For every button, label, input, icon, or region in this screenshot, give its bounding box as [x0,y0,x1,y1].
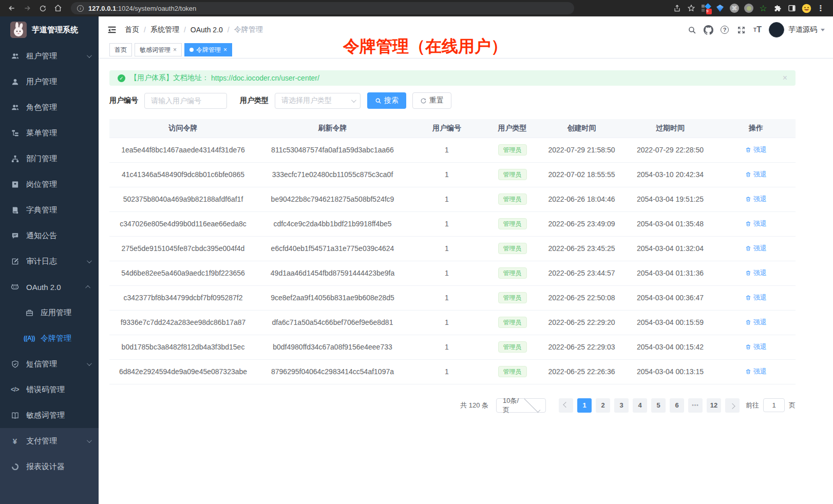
user-type-cell: 管理员 [485,335,539,359]
address-bar[interactable]: i 127.0.0.1:1024/system/oauth2/token [71,2,574,14]
sidebar-item-oauth[interactable]: OAuth 2.0 [0,274,99,300]
sidebar-item-audit[interactable]: 审计日志 [0,248,99,274]
sidebar-item-sms[interactable]: 短信管理 [0,351,99,377]
site-info-icon[interactable]: i [77,5,84,12]
force-logout-link[interactable]: 强退 [745,170,767,179]
page-button-4[interactable]: 4 [633,398,647,413]
next-page-button[interactable] [725,398,740,413]
page-button-1[interactable]: 1 [577,398,592,413]
sidebar-item-tenant[interactable]: 租户管理 [0,43,99,69]
sidebar-item-dict[interactable]: 字典管理 [0,197,99,223]
breadcrumb-system[interactable]: 系统管理 [150,25,179,34]
user-type-select[interactable]: 请选择用户类型 [275,93,361,109]
sidebar-item-menu[interactable]: 菜单管理 [0,120,99,146]
sidebar-item-oauth-token[interactable]: ((A)) 令牌管理 [0,325,99,351]
force-logout-link[interactable]: 强退 [745,367,767,376]
chevron-down-icon[interactable] [821,29,825,31]
page-button-12[interactable]: 12 [707,398,721,413]
sidebar-item-notice[interactable]: 通知公告 [0,223,99,248]
font-size-icon[interactable]: TT [749,22,766,38]
star-extension-icon[interactable]: ☆ [756,2,770,15]
breadcrumb-home[interactable]: 首页 [125,25,139,34]
screen: i 127.0.0.1:1024/system/oauth2/token 9 ⌘ [0,0,833,504]
sidebar-item-dept[interactable]: 部门管理 [0,146,99,171]
sidebar-item-role[interactable]: 角色管理 [0,94,99,120]
breadcrumb-oauth[interactable]: OAuth 2.0 [191,26,223,34]
home-icon[interactable] [51,2,65,15]
tab-home[interactable]: 首页 [109,43,132,56]
sidebar-item-report[interactable]: 报表设计器 [0,454,99,479]
tab-sensitive[interactable]: 敏感词管理× [135,43,182,56]
report-icon [10,463,20,471]
search-icon[interactable] [684,22,700,38]
prev-page-button[interactable] [559,398,573,413]
tab-token[interactable]: 令牌管理× [184,43,232,56]
access-token-cell: 275e5de9151045fe87cbdc395e004f4d [109,236,257,261]
action-cell: 强退 [716,187,796,211]
sidebar-item-user[interactable]: 用户管理 [0,69,99,94]
action-cell: 强退 [716,162,796,187]
refresh-token-cell: 49d1aa46d1454fbd87591444423be9fa [257,261,408,285]
user-type-badge: 管理员 [498,243,527,254]
oauth-icon [10,283,20,291]
expire-time-cell: 2054-03-04 00:13:15 [624,359,716,384]
share-icon[interactable] [670,2,684,15]
close-icon[interactable]: × [223,46,227,53]
search-button[interactable]: 搜索 [367,92,406,109]
app-logo[interactable]: 芋道管理系统 [0,16,99,43]
action-cell: 强退 [716,335,796,359]
page-button-6[interactable]: 6 [670,398,684,413]
page-button-3[interactable]: 3 [614,398,629,413]
browser-menu-icon[interactable]: ⋮ [813,2,828,15]
sidebar-item-errcode[interactable]: </> 错误码管理 [0,377,99,402]
force-logout-link[interactable]: 强退 [745,268,767,278]
table-row: 1ea5e44f8bc1467aaede43144f31de76 811c530… [109,138,796,162]
force-logout-link[interactable]: 强退 [745,244,767,253]
force-logout-link[interactable]: 强退 [745,342,767,352]
sidebar-item-oauth-app[interactable]: 应用管理 [0,300,99,325]
sidebar-toggle-icon[interactable] [785,2,799,15]
sidebar-item-pay[interactable]: ¥ 支付管理 [0,428,99,454]
fullscreen-icon[interactable] [733,22,749,38]
forward-icon[interactable] [21,2,34,15]
expire-time-cell: 2054-03-04 00:36:47 [624,285,716,310]
user-type-badge: 管理员 [498,218,527,229]
user-type-badge: 管理员 [498,169,527,180]
more-pages-button[interactable]: ••• [688,398,703,413]
collapse-sidebar-icon[interactable] [107,25,117,35]
force-logout-link[interactable]: 强退 [745,219,767,228]
sidebar-item-post[interactable]: 岗位管理 [0,171,99,197]
sidebar-item-sensitive[interactable]: 敏感词管理 [0,402,99,428]
profile-emoji-icon[interactable] [799,2,813,15]
puzzle-extension-icon[interactable] [770,2,785,15]
user-name[interactable]: 芋道源码 [788,25,817,34]
recorder-extension-icon[interactable] [742,2,756,15]
back-icon[interactable] [5,2,18,15]
force-logout-link[interactable]: 强退 [745,318,767,327]
force-logout-link[interactable]: 强退 [745,145,767,154]
goto-page-input[interactable] [763,398,785,412]
page-button-2[interactable]: 2 [596,398,610,413]
close-icon[interactable]: × [173,46,177,53]
extension-blocks-icon[interactable]: 9 [698,2,713,15]
force-logout-link[interactable]: 强退 [745,195,767,204]
col-actions: 操作 [716,119,796,138]
command-extension-icon[interactable]: ⌘ [727,2,742,15]
reload-icon[interactable] [36,2,49,15]
sidebar-lower-section: ¥ 支付管理 报表设计器 [0,428,99,504]
alert-close-icon[interactable]: × [783,73,787,83]
user-avatar[interactable] [769,22,784,37]
user-id-input[interactable] [144,93,227,109]
access-token-cell: 502375b8040a469a9b82188afdf6af1f [109,187,257,211]
help-icon[interactable]: ? [716,22,733,38]
page-size-select[interactable]: 10条/页 [496,398,546,413]
gem-extension-icon[interactable] [713,2,727,15]
page-button-5[interactable]: 5 [651,398,666,413]
bookmark-star-icon[interactable] [684,2,698,15]
dept-icon [10,155,20,163]
alert-doc-link[interactable]: https://doc.iocoder.cn/user-center/ [211,74,319,82]
github-icon[interactable] [700,22,716,38]
force-logout-link[interactable]: 强退 [745,293,767,302]
reset-button[interactable]: 重置 [412,92,451,109]
col-user-type: 用户类型 [485,119,539,138]
